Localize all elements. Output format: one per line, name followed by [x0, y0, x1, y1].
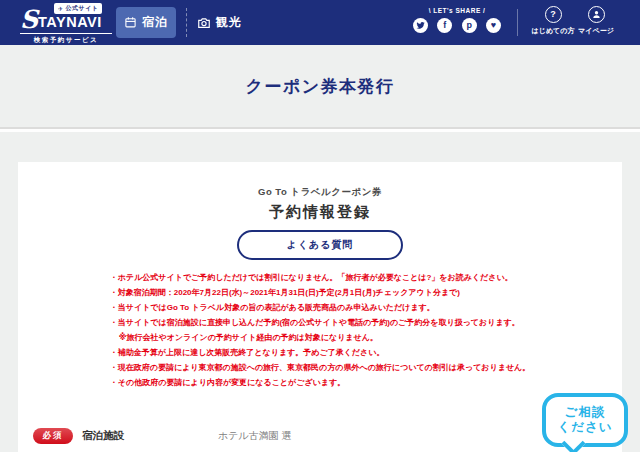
person-icon: [588, 6, 605, 23]
share-label: \ LET's SHARE /: [413, 7, 501, 14]
pinterest-icon[interactable]: p: [462, 18, 477, 33]
header-divider: [517, 9, 518, 36]
nav-sightseeing-button[interactable]: 観光: [197, 7, 242, 38]
goto-travel-subtitle: Go To トラベルクーポン券: [18, 186, 622, 199]
staynavi-logo[interactable]: ✈ 公式サイト S TAYNAVI 検索予約サービス: [20, 3, 112, 45]
bubble-text-line1: ご相談: [565, 405, 606, 420]
page-title: クーポン券本発行: [245, 75, 394, 98]
first-time-link[interactable]: ? はじめての方: [527, 6, 579, 36]
notice-list: ・ホテル公式サイトでご予約しただけでは割引になりません。「旅行者が必要なことは?…: [110, 270, 531, 390]
question-icon: ?: [545, 6, 562, 23]
notice-line: ・当サイトではGo To トラベル対象の旨の表記がある販売商品のみ申込みいただけ…: [110, 300, 531, 315]
notice-line: ・ホテル公式サイトでご予約しただけでは割引になりません。「旅行者が必要なことは?…: [110, 270, 531, 285]
facility-row: 必須 宿泊施設 ホテル古満園 選: [18, 428, 622, 444]
camera-icon: [197, 16, 211, 30]
share-icons: f p ♥: [413, 18, 501, 33]
reservation-card: Go To トラベルクーポン券 予約情報登録 よくある質問 ・ホテル公式サイトで…: [18, 162, 622, 452]
notice-line: ・その他政府の要請により内容が変更になることがございます。: [110, 375, 531, 390]
logo-subtitle: 検索予約サービス: [20, 33, 112, 45]
person-glyph: [591, 9, 602, 20]
nav-sightseeing-label: 観光: [216, 14, 242, 31]
notice-line: ・当サイトでは宿泊施設に直接申し込んだ予約(宿の公式サイトや電話の予約)のご予約…: [110, 315, 531, 330]
title-band: クーポン券本発行: [0, 45, 640, 129]
notice-line: ・対象宿泊期間：2020年7月22日(水)～2021年1月31日(日)予定(2月…: [110, 285, 531, 300]
calendar-lodging-icon: [124, 16, 137, 29]
required-badge: 必須: [33, 428, 73, 444]
faq-button[interactable]: よくある質問: [237, 230, 403, 260]
logo-s-letter: S: [20, 10, 38, 30]
nav-lodging-button[interactable]: 宿泊: [116, 7, 176, 38]
facebook-icon[interactable]: f: [437, 18, 452, 33]
heart-icon[interactable]: ♥: [486, 18, 501, 33]
mypage-label: マイページ: [575, 26, 617, 36]
notice-line: ・補助金予算が上限に達し次第販売終了となります。予めご了承ください。: [110, 345, 531, 360]
bubble-text-line2: ください: [557, 420, 612, 435]
logo-brand-text: TAYNAVI: [38, 15, 102, 31]
header: ✈ 公式サイト S TAYNAVI 検索予約サービス 宿泊 観光 \ LET's…: [0, 0, 640, 45]
twitter-bird-glyph: [416, 21, 425, 30]
notice-line: ・現在政府の要請により東京都の施設への旅行、東京都民の方の県外への旅行についての…: [110, 360, 531, 375]
logo-wordmark: S TAYNAVI: [20, 10, 112, 30]
share-block: \ LET's SHARE / f p ♥: [413, 7, 501, 33]
nav-divider: [186, 8, 187, 37]
mypage-link[interactable]: マイページ: [575, 6, 617, 36]
registration-title: 予約情報登録: [18, 203, 622, 222]
facility-value: ホテル古満園 選: [218, 429, 291, 443]
nav-lodging-label: 宿泊: [142, 14, 168, 31]
twitter-icon[interactable]: [413, 18, 428, 33]
first-time-label: はじめての方: [527, 26, 579, 36]
consultation-chat-bubble[interactable]: ご相談 ください: [542, 393, 628, 447]
notice-line: ※旅行会社やオンラインの予約サイト経由の予約は対象になりません。: [110, 330, 531, 345]
facility-label: 宿泊施設: [82, 429, 209, 443]
